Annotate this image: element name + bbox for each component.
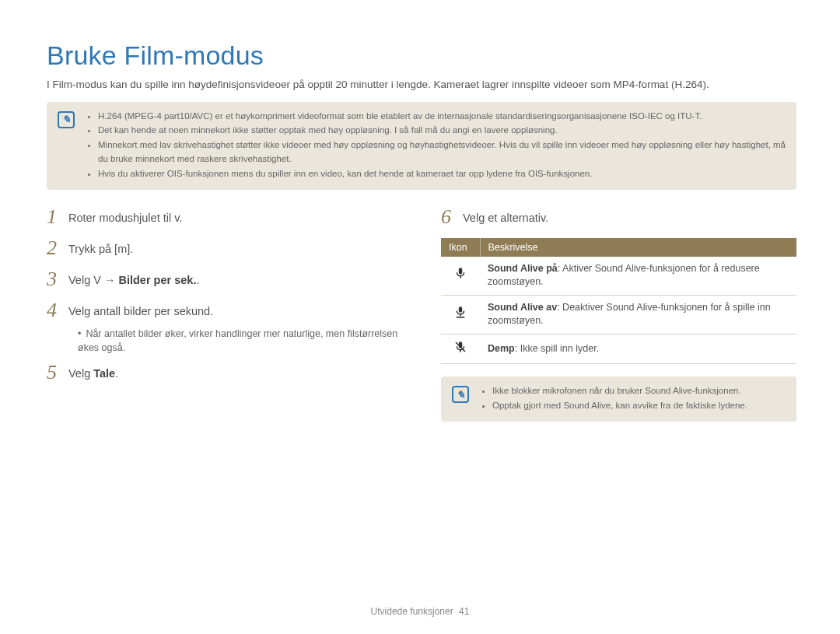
page-footer: Utvidede funksjoner 41	[0, 606, 840, 617]
step-6: 6 Velg et alternativ.	[441, 207, 796, 227]
opt-desc: : Ikke spill inn lyder.	[515, 343, 599, 354]
note-box-top: ✎ H.264 (MPEG-4 part10/AVC) er et høykom…	[47, 102, 796, 190]
step-text: Velg Tale.	[68, 363, 118, 381]
left-column: 1 Roter modushjulet til v. 2 Trykk på [m…	[47, 207, 402, 439]
movie-icon: V	[93, 274, 101, 286]
note-list-bottom: Ikke blokker mikrofonen når du bruker So…	[480, 384, 747, 414]
bold-text: Tale	[93, 367, 115, 380]
note-item: Opptak gjort med Sound Alive, kan avvike…	[492, 399, 747, 413]
opt-title: Sound Alive på	[488, 263, 558, 274]
note-item: Hvis du aktiverer OIS-funksjonen mens du…	[98, 167, 786, 181]
sub-note: Når antallet bilder øker, virker handlin…	[47, 327, 402, 355]
note-list-top: H.264 (MPEG-4 part10/AVC) er et høykompr…	[86, 110, 786, 182]
step-number: 5	[47, 363, 68, 383]
step-2: 2 Trykk på [m].	[47, 238, 402, 258]
columns: 1 Roter modushjulet til v. 2 Trykk på [m…	[47, 207, 796, 439]
note-item: Minnekort med lav skrivehastighet støtte…	[98, 138, 786, 166]
cell-icon	[441, 295, 480, 334]
table-row: Demp: Ikke spill inn lyder.	[441, 334, 796, 364]
step-text: Trykk på [m].	[68, 238, 133, 257]
text: Velg	[68, 274, 93, 286]
arrow: →	[101, 274, 119, 286]
step-number: 4	[47, 300, 68, 321]
note-item: H.264 (MPEG-4 part10/AVC) er et høykompr…	[98, 110, 786, 124]
step-5: 5 Velg Tale.	[47, 363, 402, 383]
text: .	[179, 212, 182, 224]
step-number: 3	[47, 269, 68, 289]
table-row: Sound Alive av: Deaktiver Sound Alive-fu…	[441, 295, 796, 334]
mic-mute-icon	[453, 340, 467, 354]
note-item: Det kan hende at noen minnekort ikke stø…	[98, 124, 786, 138]
page-title: Bruke Film-modus	[47, 40, 796, 71]
th-icon: Ikon	[441, 238, 480, 257]
step-number: 6	[441, 207, 463, 227]
cell-desc: Demp: Ikke spill inn lyder.	[480, 334, 796, 364]
note-icon: ✎	[58, 111, 75, 128]
note-box-bottom: ✎ Ikke blokker mikrofonen når du bruker …	[441, 377, 796, 422]
svg-rect-0	[457, 317, 465, 318]
footer-page-number: 41	[459, 606, 469, 617]
steps-left: 1 Roter modushjulet til v. 2 Trykk på [m…	[47, 207, 402, 383]
options-table: Ikon Beskrivelse Sound Alive på: Aktiver…	[441, 238, 796, 365]
step-text: Velg et alternativ.	[463, 207, 548, 226]
text: .	[196, 274, 199, 286]
step-3: 3 Velg V → Bilder per sek..	[47, 269, 402, 289]
text: Velg	[68, 367, 93, 380]
step-text: Velg antall bilder per sekund.	[68, 300, 213, 319]
step-1: 1 Roter modushjulet til v.	[47, 207, 402, 227]
cell-icon	[441, 257, 480, 296]
footer-section: Utvidede funksjoner	[371, 606, 453, 617]
text: Trykk på [	[68, 243, 117, 255]
opt-title: Demp	[488, 343, 515, 354]
right-column: 6 Velg et alternativ. Ikon Beskrivelse	[441, 207, 796, 439]
cell-desc: Sound Alive på: Aktiver Sound Alive-funk…	[480, 257, 796, 296]
text: ].	[127, 243, 133, 255]
step-number: 2	[47, 238, 68, 258]
cell-icon	[441, 334, 480, 364]
cell-desc: Sound Alive av: Deaktiver Sound Alive-fu…	[480, 295, 796, 334]
bold-text: Bilder per sek.	[118, 274, 196, 286]
mic-on-icon	[453, 266, 467, 280]
step-text: Velg V → Bilder per sek..	[68, 269, 199, 288]
note-icon: ✎	[452, 386, 469, 403]
steps-right: 6 Velg et alternativ.	[441, 207, 796, 227]
step-text: Roter modushjulet til v.	[68, 207, 182, 226]
page-container: Bruke Film-modus I Film-modus kan du spi…	[0, 0, 840, 634]
menu-icon: m	[117, 243, 127, 255]
th-desc: Beskrivelse	[480, 238, 796, 257]
step-number: 1	[47, 207, 68, 227]
note-item: Ikke blokker mikrofonen når du bruker So…	[492, 384, 747, 398]
opt-title: Sound Alive av	[488, 302, 557, 313]
mic-off-bar-icon	[453, 305, 467, 319]
text: .	[115, 367, 118, 380]
table-row: Sound Alive på: Aktiver Sound Alive-funk…	[441, 257, 796, 296]
step-4: 4 Velg antall bilder per sekund.	[47, 300, 402, 321]
text: Roter modushjulet til	[68, 212, 174, 224]
intro-text: I Film-modus kan du spille inn høydefini…	[47, 77, 793, 93]
